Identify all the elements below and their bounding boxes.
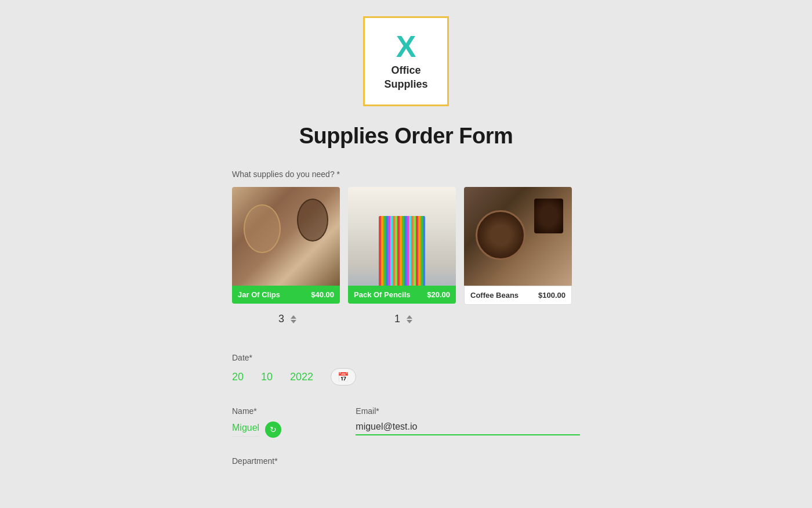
date-day: 20 bbox=[232, 371, 244, 383]
name-label: Name* bbox=[232, 406, 344, 416]
supply-name-jar-of-clips: Jar Of Clips bbox=[238, 290, 280, 299]
supply-name-pack-of-pencils: Pack Of Pencils bbox=[354, 290, 411, 299]
supply-price-pack-of-pencils: $20.00 bbox=[427, 290, 450, 299]
supplies-grid: Jar Of Clips $40.00 Pack Of Pencils $20.… bbox=[232, 187, 580, 305]
supply-card-coffee-beans[interactable]: Coffee Beans $100.00 bbox=[464, 187, 572, 305]
qty-up-jar-of-clips[interactable] bbox=[291, 315, 296, 319]
calendar-icon: 📅 bbox=[338, 372, 349, 383]
qty-up-pack-of-pencils[interactable] bbox=[407, 315, 412, 319]
supply-label-bar-pack-of-pencils: Pack Of Pencils $20.00 bbox=[348, 286, 456, 304]
qty-value-jar-of-clips: 3 bbox=[276, 313, 287, 325]
qty-input-pack-of-pencils[interactable]: 1 bbox=[392, 313, 412, 325]
date-picker-button[interactable]: 📅 bbox=[331, 368, 356, 385]
name-email-row: Name* Miguel ↻ Email* bbox=[232, 406, 580, 438]
logo-box: X Office Supplies bbox=[363, 16, 449, 106]
qty-spinner-pack-of-pencils[interactable] bbox=[407, 315, 412, 323]
name-value: Miguel bbox=[232, 420, 259, 437]
logo-wrapper: X Office Supplies bbox=[363, 16, 449, 106]
email-input[interactable] bbox=[356, 419, 580, 435]
supply-image-jar-of-clips bbox=[232, 187, 340, 286]
email-field-group: Email* bbox=[356, 406, 580, 435]
name-refresh-button[interactable]: ↻ bbox=[265, 421, 281, 438]
date-section: Date* 20 10 2022 📅 bbox=[232, 353, 580, 385]
form-container: What supplies do you need? * Jar Of Clip… bbox=[232, 170, 580, 469]
qty-placeholder-coffee-beans bbox=[464, 309, 572, 325]
date-row: 20 10 2022 📅 bbox=[232, 368, 580, 385]
page-title: Supplies Order Form bbox=[299, 124, 513, 149]
supply-image-pack-of-pencils bbox=[348, 187, 456, 286]
date-year: 2022 bbox=[290, 371, 313, 383]
department-label: Department* bbox=[232, 456, 580, 466]
supplies-question-label: What supplies do you need? * bbox=[232, 170, 580, 179]
page-container: X Office Supplies Supplies Order Form Wh… bbox=[0, 0, 812, 504]
supply-image-coffee-beans bbox=[464, 187, 572, 286]
qty-down-jar-of-clips[interactable] bbox=[291, 320, 296, 323]
qty-wrapper-pack-of-pencils: 1 bbox=[348, 309, 456, 325]
supply-label-bar-coffee-beans: Coffee Beans $100.00 bbox=[464, 286, 572, 305]
qty-down-pack-of-pencils[interactable] bbox=[407, 320, 412, 323]
supplies-quantities: 3 1 bbox=[232, 309, 580, 325]
logo-letter: X bbox=[396, 31, 416, 62]
date-month: 10 bbox=[261, 371, 273, 383]
supply-price-coffee-beans: $100.00 bbox=[538, 291, 566, 300]
supply-label-bar-jar-of-clips: Jar Of Clips $40.00 bbox=[232, 286, 340, 304]
supply-name-coffee-beans: Coffee Beans bbox=[470, 291, 519, 300]
date-label: Date* bbox=[232, 353, 580, 362]
refresh-icon: ↻ bbox=[270, 425, 277, 434]
email-label: Email* bbox=[356, 406, 580, 416]
supply-card-pack-of-pencils[interactable]: Pack Of Pencils $20.00 bbox=[348, 187, 456, 305]
department-section: Department* bbox=[232, 456, 580, 469]
logo-text: Office Supplies bbox=[384, 64, 427, 91]
qty-wrapper-jar-of-clips: 3 bbox=[232, 309, 340, 325]
qty-spinner-jar-of-clips[interactable] bbox=[291, 315, 296, 323]
supply-price-jar-of-clips: $40.00 bbox=[311, 290, 334, 299]
supply-card-jar-of-clips[interactable]: Jar Of Clips $40.00 bbox=[232, 187, 340, 305]
name-inner: Miguel ↻ bbox=[232, 419, 344, 438]
name-field-group: Name* Miguel ↻ bbox=[232, 406, 344, 438]
qty-input-jar-of-clips[interactable]: 3 bbox=[276, 313, 296, 325]
qty-value-pack-of-pencils: 1 bbox=[392, 313, 403, 325]
